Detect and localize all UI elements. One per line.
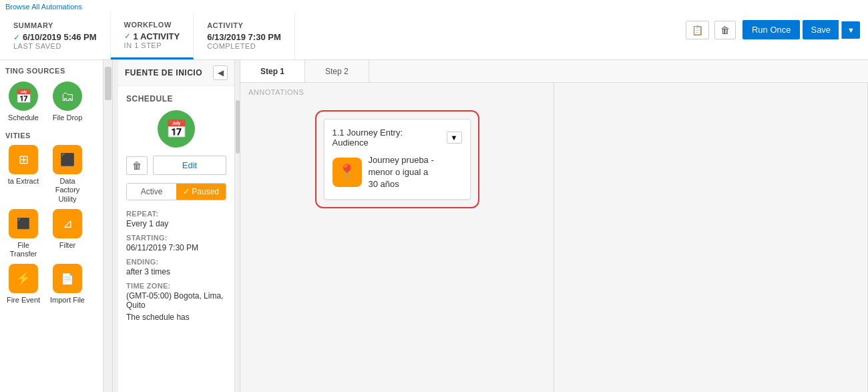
data-factory-icon: ⬛ <box>53 145 82 174</box>
save-dropdown-button[interactable]: ▼ <box>841 21 860 39</box>
workflow-sublabel: IN 1 STEP <box>124 41 180 49</box>
summary-check-icon: ✓ <box>13 33 20 42</box>
import-file-label: Import File <box>50 296 85 305</box>
timezone-value: (GMT-05:00) Bogota, Lima, Quito <box>126 291 226 310</box>
journey-entry-icon: 📍 <box>333 158 362 187</box>
panel-header: FUENTE DE INICIO ◀ <box>118 60 234 86</box>
schedule-edit-button[interactable]: Edit <box>153 156 226 175</box>
activity-date: 6/13/2019 7:30 PM <box>207 32 281 42</box>
data-extract-item[interactable]: ⊞ ta Extract <box>4 145 43 204</box>
trash-icon-btn[interactable]: 🗑 <box>714 21 736 39</box>
file-drop-label: File Drop <box>53 114 83 122</box>
schedule-title: SCHEDULE <box>126 94 226 104</box>
file-transfer-icon: ⬛ <box>9 209 38 238</box>
workflow-tabs: Step 1 Step 2 <box>240 60 868 83</box>
tab-step1[interactable]: Step 1 <box>240 60 305 82</box>
panel-title: FUENTE DE INICIO <box>125 68 202 77</box>
summary-label: SUMMARY <box>13 21 97 29</box>
schedule-calendar-icon: 📅 <box>158 110 195 148</box>
schedule-icon-wrap: 📅 <box>126 110 226 148</box>
data-extract-icon: ⊞ <box>9 145 38 174</box>
canvas-step1: ANNOTATIONS 1.1 Journey Entry:Audience ▼… <box>240 83 554 392</box>
schedule-actions: 🗑 Edit <box>126 156 226 175</box>
sources-title: TING SOURCES <box>0 60 103 79</box>
workflow-section: WORKFLOW ✓ 1 ACTIVITY IN 1 STEP <box>111 12 194 59</box>
data-factory-item[interactable]: ⬛ Data Factory Utility <box>48 145 87 204</box>
workflow-label: WORKFLOW <box>124 21 180 29</box>
data-extract-label: ta Extract <box>8 177 39 186</box>
top-actions: 📋 🗑 Run Once Save ▼ <box>686 0 868 59</box>
activity-sublabel: COMPLETED <box>207 42 281 50</box>
activity-section: ACTIVITY 6/13/2019 7:30 PM COMPLETED <box>194 12 295 59</box>
workflow-value: 1 ACTIVITY <box>134 31 180 41</box>
timezone-label: TIME ZONE: <box>126 282 226 290</box>
repeat-label: REPEAT: <box>126 210 226 218</box>
center-panel-area: FUENTE DE INICIO ◀ SCHEDULE 📅 🗑 Edit Act… <box>113 60 240 392</box>
canvas-step2 <box>554 83 868 392</box>
card-title: 1.1 Journey Entry:Audience <box>333 128 403 148</box>
annotations-label: ANNOTATIONS <box>240 83 554 99</box>
starting-value: 06/11/2019 7:30 PM <box>126 243 226 252</box>
schedule-label: Schedule <box>8 114 39 122</box>
import-file-icon: 📄 <box>53 264 82 293</box>
file-transfer-label: File Transfer <box>4 241 43 258</box>
filter-label: Filter <box>59 241 75 250</box>
paused-toggle-button[interactable]: ✓ Paused <box>176 184 226 200</box>
center-scroll-left[interactable] <box>113 60 118 392</box>
sidebar-scroll-thumb <box>105 67 112 100</box>
schedule-note: The schedule has <box>126 313 226 322</box>
ending-value: after 3 times <box>126 267 226 276</box>
copy-icon-btn[interactable]: 📋 <box>686 21 709 39</box>
main-container: TING SOURCES 📅 Schedule 🗂 File Drop VITI… <box>0 60 868 392</box>
active-paused-toggle: Active ✓ Paused <box>126 183 226 200</box>
activity-card[interactable]: 1.1 Journey Entry:Audience ▼ 📍 Journey p… <box>324 119 471 200</box>
center-scroll-thumb <box>236 100 240 154</box>
schedule-icon: 📅 <box>9 81 38 111</box>
save-button[interactable]: Save <box>803 20 839 39</box>
fire-event-item[interactable]: ⚡ Fire Event <box>4 264 43 305</box>
schedule-area: SCHEDULE 📅 🗑 Edit Active ✓ Paused REPEAT… <box>118 86 234 392</box>
starting-label: STARTING: <box>126 234 226 242</box>
summary-section: SUMMARY ✓ 6/10/2019 5:46 PM LAST SAVED <box>0 12 111 59</box>
filter-item[interactable]: ⊿ Filter <box>48 209 87 258</box>
card-body: 📍 Journey prueba -menor o igual a30 años <box>333 154 462 191</box>
collapse-button[interactable]: ◀ <box>213 65 228 80</box>
workflow-check-icon: ✓ <box>124 31 131 41</box>
tab-step2[interactable]: Step 2 <box>305 60 369 82</box>
schedule-delete-button[interactable]: 🗑 <box>126 156 148 175</box>
file-drop-source-item[interactable]: 🗂 File Drop <box>48 81 87 122</box>
center-scrollbar[interactable] <box>235 60 240 392</box>
fire-event-icon: ⚡ <box>9 264 38 293</box>
summary-date: 6/10/2019 5:46 PM <box>23 32 97 42</box>
left-sidebar: TING SOURCES 📅 Schedule 🗂 File Drop VITI… <box>0 60 103 392</box>
workflow-area: Step 1 Step 2 ANNOTATIONS 1.1 Journey En… <box>240 60 868 392</box>
filter-icon: ⊿ <box>53 209 82 238</box>
top-bar: Browse All Automations SUMMARY ✓ 6/10/20… <box>0 0 868 60</box>
top-icon-group: 📋 🗑 <box>686 21 740 39</box>
activities-title: VITIES <box>0 125 103 142</box>
file-transfer-item[interactable]: ⬛ File Transfer <box>4 209 43 258</box>
run-once-button[interactable]: Run Once <box>742 20 801 39</box>
card-header: 1.1 Journey Entry:Audience ▼ <box>333 128 462 148</box>
card-dropdown-button[interactable]: ▼ <box>447 132 462 144</box>
fire-event-label: Fire Event <box>7 296 40 305</box>
file-drop-icon: 🗂 <box>53 81 82 111</box>
sidebar-scrollbar[interactable] <box>103 60 113 392</box>
browse-link[interactable]: Browse All Automations <box>0 0 87 13</box>
activity-label: ACTIVITY <box>207 21 281 29</box>
data-factory-label: Data Factory Utility <box>48 177 87 204</box>
sources-grid: 📅 Schedule 🗂 File Drop <box>0 79 103 125</box>
active-toggle-button[interactable]: Active <box>127 184 176 200</box>
import-file-item[interactable]: 📄 Import File <box>48 264 87 305</box>
center-panel: FUENTE DE INICIO ◀ SCHEDULE 📅 🗑 Edit Act… <box>118 60 235 392</box>
card-body-text: Journey prueba -menor o igual a30 años <box>369 154 434 191</box>
repeat-value: Every 1 day <box>126 219 226 228</box>
sidebar-area: TING SOURCES 📅 Schedule 🗂 File Drop VITI… <box>0 60 113 392</box>
activities-grid: ⊞ ta Extract ⬛ Data Factory Utility ⬛ Fi… <box>0 142 103 307</box>
ending-label: ENDING: <box>126 258 226 266</box>
summary-sublabel: LAST SAVED <box>13 42 97 50</box>
workflow-canvas: ANNOTATIONS 1.1 Journey Entry:Audience ▼… <box>240 83 868 392</box>
schedule-source-item[interactable]: 📅 Schedule <box>4 81 43 122</box>
